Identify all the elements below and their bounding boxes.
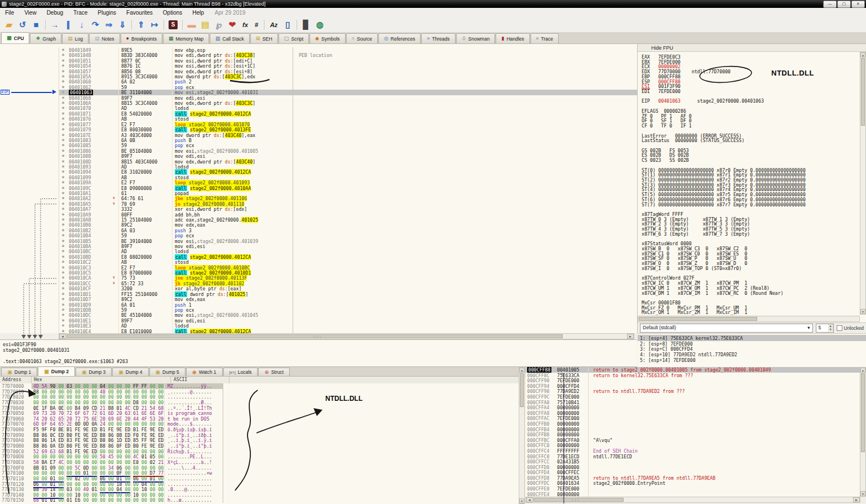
disasm-row[interactable]: ● 004010E1 89F7 mov edi,esi bbox=[0, 318, 637, 323]
tab-graph[interactable]: ❖ Graph bbox=[30, 33, 61, 43]
breakpoint-dot-icon[interactable]: ● bbox=[59, 90, 67, 95]
breakpoint-dot-icon[interactable]: ● bbox=[59, 265, 67, 270]
unlocked-checkbox[interactable]: Unlocked bbox=[837, 325, 864, 331]
scroll-left-icon[interactable]: ◄ bbox=[526, 497, 533, 502]
breakpoint-dot-icon[interactable]: ● bbox=[59, 191, 67, 196]
scroll-down-icon[interactable]: ▼ bbox=[860, 491, 865, 496]
breakpoint-dot-icon[interactable]: ● bbox=[59, 302, 67, 307]
menu-plugins[interactable]: Plugins bbox=[92, 10, 121, 16]
fx-icon[interactable]: fx bbox=[239, 21, 251, 28]
breakpoint-dot-icon[interactable]: ● bbox=[59, 74, 67, 79]
dump-row[interactable]: 77D700F00B 01 09 0000 5C 0D 0000 34 06 0… bbox=[0, 465, 519, 471]
disasm-row[interactable]: ● 004010CF 3200 xor al,byte ptr ds:[eax] bbox=[0, 286, 637, 291]
breakpoint-dot-icon[interactable]: ● bbox=[59, 329, 67, 333]
tab-dump-3[interactable]: ▣ Dump 3 bbox=[76, 368, 112, 376]
disasm-row[interactable]: ● 004010B4 59 pop ecx bbox=[0, 233, 637, 238]
stack-row[interactable]: 000CFFDC 00401634 stage2_002f0000.EntryP… bbox=[525, 480, 860, 486]
breakpoint-dot-icon[interactable]: ● bbox=[59, 270, 67, 275]
breakpoint-dot-icon[interactable]: ● bbox=[59, 180, 67, 185]
checkbox-icon[interactable] bbox=[837, 325, 842, 331]
tab-call-stack[interactable]: ▥ Call Stack bbox=[210, 33, 250, 43]
register-list[interactable]: EAX 7EFDE0C3EBX 7EFDE000ECX 00000002EDX … bbox=[638, 54, 856, 315]
stack-arg-row[interactable]: 2: [esp+8] 7EFDE000 bbox=[638, 341, 866, 347]
stack-row[interactable]: 000CFFD8 77DA9EA5 return to ntdll.77DA9E… bbox=[525, 475, 860, 481]
tab-locals[interactable]: |x=| Locals bbox=[223, 368, 258, 376]
breakpoint-dot-icon[interactable]: ● bbox=[59, 281, 67, 286]
stack-row[interactable]: 000CFFE4 00000000 bbox=[525, 492, 860, 497]
dump-row[interactable]: 77D7002000 00 00 0000 00 00 0000 00 00 0… bbox=[0, 394, 519, 400]
dump-row[interactable]: 77D7015068 01 01 0001 E6 00 0000 00 00 0… bbox=[0, 497, 519, 503]
breakpoint-dot-icon[interactable]: ● bbox=[59, 201, 67, 206]
disasm-row[interactable]: ● 0040107E A3 403C4000 mov dword ptr ds:… bbox=[0, 132, 637, 138]
dump-row[interactable]: 77D7013008 30 14 0003 00 40 0100 00 04 0… bbox=[0, 487, 519, 492]
disasm-row[interactable]: ● 004010CA∨ 75 73 jne stage2_002f0000.40… bbox=[0, 275, 637, 280]
breakpoint-dot-icon[interactable]: ● bbox=[59, 286, 67, 291]
dump-vscrollbar[interactable]: ▲ ▼ bbox=[519, 367, 525, 504]
breakpoint-dot-icon[interactable]: ● bbox=[59, 122, 67, 127]
breakpoint-dot-icon[interactable]: ● bbox=[59, 175, 67, 180]
stack-row[interactable]: 000CFFC4 FFFFFFFF End of SEH Chain bbox=[525, 448, 860, 454]
breakpoint-dot-icon[interactable]: ● bbox=[59, 111, 67, 116]
disasm-row[interactable]: ● 004010A9 00FF add bh,bh bbox=[0, 212, 637, 217]
stack-args-list[interactable]: 1: [esp+4] 75E633CA kernel32.75E633CA2: … bbox=[638, 335, 866, 367]
scroll-down-icon[interactable]: ▼ bbox=[519, 498, 524, 503]
disasm-row[interactable]: ● 00401094 E8 31020000 call stage2_002f0… bbox=[0, 169, 637, 174]
menu-trace[interactable]: Trace bbox=[68, 10, 92, 16]
disasm-row[interactable]: ● 004010E3 AD lodsd bbox=[0, 323, 637, 328]
tab-dump-2[interactable]: ▣ Dump 2 bbox=[38, 366, 75, 376]
stack-row[interactable]: 000CFFAC 7EFDE000 bbox=[525, 415, 860, 421]
run-to-user-code-icon[interactable]: ↦ bbox=[148, 19, 161, 31]
disasm-row[interactable]: ● 0040105A 8915 3C3C4000 mov dword ptr d… bbox=[0, 74, 637, 79]
breakpoint-dot-icon[interactable]: ● bbox=[59, 58, 67, 63]
disasm-row[interactable]: ● 004010C2 AB stosd bbox=[0, 259, 637, 264]
breakpoint-dot-icon[interactable]: ● bbox=[59, 185, 67, 191]
disasm-row[interactable]: ● 00401071 E8 54020000 call stage2_002f0… bbox=[0, 111, 637, 116]
arg-count-spinner[interactable]: 5 ▲▼ bbox=[816, 324, 834, 333]
disasm-row[interactable]: ● 004010B5 BE 39104000 mov esi,stage2_00… bbox=[0, 238, 637, 244]
menu-options[interactable]: Options bbox=[158, 10, 187, 16]
disasm-row[interactable]: ● 004010B2 6A 03 push 3 bbox=[0, 228, 637, 233]
disasm-row[interactable]: ● 00401086 BE 05104000 mov esi,stage2_00… bbox=[0, 148, 637, 153]
dump-row[interactable]: 77D70090B8 86 0C EDB0 FE 9E EDB8 86 0B E… bbox=[0, 432, 519, 438]
breakpoint-dot-icon[interactable]: ● bbox=[59, 95, 67, 100]
calling-convention-select[interactable]: Default (stdcall) ▾ bbox=[640, 324, 813, 333]
memory-icon[interactable]: ▊ bbox=[299, 19, 313, 31]
attach-icon[interactable]: ℘ bbox=[212, 19, 226, 31]
dump-row[interactable]: 77D700004D 5A 90 0003 00 00 0004 00 00 0… bbox=[0, 383, 519, 389]
disasm-row[interactable]: ● 004010AB 15 25104000 adc eax,stage2_00… bbox=[0, 217, 637, 222]
maximize-button[interactable]: ▢ bbox=[837, 1, 851, 8]
stack-row[interactable]: 000CFFC0 00000000 bbox=[525, 443, 860, 448]
calculator-icon[interactable]: ▯ bbox=[281, 19, 294, 31]
disasm-row[interactable]: ● 00401051 8B77 0C mov esi,dword ptr ds:… bbox=[0, 58, 637, 63]
disasm-row[interactable]: ● 004010BA 89F7 mov edi,esi bbox=[0, 244, 637, 249]
disasm-row[interactable]: ● 0040109C E8 09000000 call stage2_002f0… bbox=[0, 185, 637, 191]
run-up-icon[interactable]: ⇑ bbox=[134, 19, 148, 31]
dump-row[interactable]: 77D7010000 00 00 0000 00 01 0000 00 0F 0… bbox=[0, 470, 519, 476]
dump-row[interactable]: 77D7014000 00 10 0000 10 00 0000 00 00 0… bbox=[0, 492, 519, 498]
stack-row[interactable]: 000CFFCC 02A431B5 bbox=[525, 459, 860, 465]
stack-row[interactable]: 000CFFA8 00000000 bbox=[525, 410, 860, 416]
disasm-row[interactable]: ● 004010D7 89C2 mov edx,eax bbox=[0, 297, 637, 302]
scroll-up-icon[interactable]: ▲ bbox=[860, 368, 865, 373]
disasm-row[interactable]: ● 004010BC AD lodsd bbox=[0, 249, 637, 254]
dump-row[interactable]: 77D700A0B8 86 1A ED83 FE 9E EDB8 86 1D E… bbox=[0, 437, 519, 443]
step-out-icon[interactable]: ⇓ bbox=[116, 19, 129, 31]
breakpoint-dot-icon[interactable]: ● bbox=[59, 116, 67, 121]
col-hex[interactable]: Hex bbox=[32, 377, 171, 383]
col-ascii[interactable]: ASCII bbox=[171, 377, 229, 383]
breakpoint-dot-icon[interactable]: ● bbox=[59, 148, 67, 153]
tab-seh[interactable]: ⊞ SEH bbox=[250, 33, 278, 43]
spinner-arrows-icon[interactable]: ▲▼ bbox=[828, 324, 833, 331]
breakpoint-dot-icon[interactable]: ● bbox=[59, 164, 67, 169]
menu-file[interactable]: File bbox=[0, 10, 19, 16]
dump-row[interactable]: 77D700B0B8 86 0A EDB0 FE 9E EDB8 86 0F E… bbox=[0, 443, 519, 449]
stack-row[interactable]: 000CFF88 00401005 return to stage2_002f0… bbox=[525, 367, 860, 373]
run-to-return-icon[interactable]: ⇒ bbox=[102, 19, 116, 31]
breakpoint-dot-icon[interactable]: ● bbox=[59, 233, 67, 238]
dump-row[interactable]: 77D70010B8 00 00 0000 00 00 0040 00 00 0… bbox=[0, 389, 519, 395]
stack-arg-row[interactable]: 1: [esp+4] 75E633CA kernel32.75E633CA bbox=[638, 335, 866, 341]
tab-breakpoints[interactable]: ● Breakpoints bbox=[121, 33, 162, 43]
scroll-right-icon[interactable]: ► bbox=[627, 334, 634, 339]
disasm-row[interactable]: ● 004010DB 59 pop ecx bbox=[0, 307, 637, 312]
disasm-row[interactable]: ● 00401062 59 pop ecx bbox=[0, 85, 637, 90]
